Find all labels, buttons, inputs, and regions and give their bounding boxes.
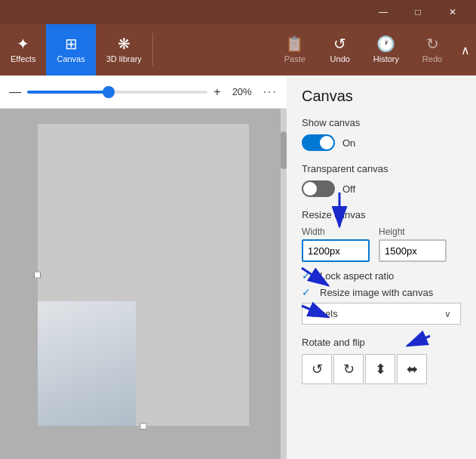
library-icon: ❋ [118, 36, 131, 51]
canvas-image [38, 301, 136, 426]
right-panel: Canvas Show canvas On Transparent canvas… [287, 75, 476, 459]
unit-dropdown[interactable]: Pixels ∨ [302, 303, 461, 325]
width-input-wrapper [302, 239, 370, 262]
undo-label: Undo [330, 54, 350, 63]
zoom-thumb[interactable] [103, 86, 115, 98]
flip-vertical-button[interactable]: ⬍ [365, 354, 395, 384]
zoom-percent: 20% [227, 86, 257, 97]
toolbar-item-canvas[interactable]: ⊞ Canvas [46, 24, 95, 75]
transparent-toggle-thumb [303, 182, 317, 196]
resize-image-check-icon: ✓ [302, 286, 314, 298]
effects-icon: ✦ [17, 36, 29, 51]
toolbar-item-3dlibrary[interactable]: ❋ 3D library [96, 24, 152, 75]
transparent-canvas-label: Transparent canvas [302, 163, 461, 174]
main-layout: — + 20% ··· [0, 75, 476, 459]
canvas-surface [38, 124, 249, 426]
resize-image-label: Resize image with canvas [320, 287, 433, 298]
canvas-handle-bottom[interactable] [140, 423, 147, 430]
canvas-label: Canvas [57, 54, 84, 63]
lock-aspect-check-icon: ✓ [302, 270, 314, 282]
effects-label: Effects [11, 54, 35, 63]
transparent-canvas-toggle[interactable] [302, 180, 335, 197]
toolbar-item-redo[interactable]: ↻ Redo [410, 24, 455, 75]
toolbar-chevron[interactable]: ∧ [455, 24, 476, 75]
resize-image-row: ✓ Resize image with canvas [302, 286, 461, 298]
flip-horizontal-button[interactable]: ⬌ [397, 354, 427, 384]
title-bar: — □ ✕ [0, 0, 476, 24]
maximize-button[interactable]: □ [401, 0, 435, 24]
transparent-canvas-section: Transparent canvas Off [302, 163, 461, 197]
rotate-flip-section: Rotate and flip ↺ ↻ ⬍ ⬌ [302, 337, 461, 384]
canvas-handle-left[interactable] [34, 272, 41, 279]
undo-icon: ↺ [333, 36, 346, 51]
rotate-left-button[interactable]: ↺ [302, 354, 332, 384]
height-input[interactable] [379, 239, 447, 262]
toolbar: ✦ Effects ⊞ Canvas ❋ 3D library 📋 Paste … [0, 24, 476, 75]
transparent-canvas-state: Off [342, 183, 355, 195]
minimize-button[interactable]: — [366, 0, 401, 24]
history-icon: 🕐 [376, 36, 395, 51]
toolbar-item-undo[interactable]: ↺ Undo [318, 24, 363, 75]
width-label: Width [302, 226, 370, 237]
resize-row: Width Height [302, 226, 461, 262]
rotate-buttons-row: ↺ ↻ ⬍ ⬌ [302, 354, 461, 384]
zoom-bar: — + 20% ··· [0, 75, 287, 109]
canvas-icon: ⊞ [65, 36, 78, 51]
zoom-plus-button[interactable]: + [213, 85, 220, 99]
canvas-bg [0, 109, 287, 459]
show-canvas-section: Show canvas On [302, 117, 461, 151]
toolbar-separator [152, 33, 153, 66]
history-label: History [373, 54, 399, 63]
vertical-scrollbar[interactable] [281, 109, 287, 459]
show-canvas-label: Show canvas [302, 117, 461, 128]
rotate-right-button[interactable]: ↻ [333, 354, 364, 384]
height-label: Height [379, 226, 447, 237]
show-canvas-toggle-row: On [302, 134, 461, 151]
transparent-canvas-toggle-row: Off [302, 180, 461, 197]
library-label: 3D library [106, 54, 142, 63]
paste-label: Paste [284, 54, 306, 63]
toolbar-left: ✦ Effects ⊞ Canvas ❋ 3D library [0, 24, 152, 75]
zoom-slider[interactable] [27, 91, 207, 94]
close-button[interactable]: ✕ [435, 0, 470, 24]
toolbar-item-history[interactable]: 🕐 History [363, 24, 410, 75]
zoom-more-button[interactable]: ··· [263, 85, 278, 99]
show-canvas-toggle-thumb [320, 136, 333, 149]
canvas-area: — + 20% ··· [0, 75, 287, 459]
toolbar-item-effects[interactable]: ✦ Effects [0, 24, 46, 75]
toolbar-item-paste[interactable]: 📋 Paste [272, 24, 318, 75]
rotate-flip-label: Rotate and flip [302, 337, 461, 348]
height-input-group: Height [379, 226, 447, 262]
zoom-minus-button[interactable]: — [9, 85, 21, 99]
redo-label: Redo [422, 54, 442, 63]
lock-aspect-row: ✓ Lock aspect ratio [302, 270, 461, 282]
scrollbar-thumb[interactable] [281, 131, 287, 169]
panel-title: Canvas [302, 88, 461, 105]
show-canvas-toggle[interactable] [302, 134, 335, 151]
paste-icon: 📋 [285, 36, 304, 51]
zoom-track [27, 91, 109, 94]
dropdown-chevron-icon: ∨ [444, 309, 451, 319]
width-input[interactable] [302, 239, 370, 262]
title-bar-controls: — □ ✕ [366, 0, 470, 24]
toolbar-right: 📋 Paste ↺ Undo 🕐 History ↻ Redo ∧ [272, 24, 476, 75]
resize-canvas-label: Resize canvas [302, 209, 461, 220]
width-input-group: Width [302, 226, 370, 262]
lock-aspect-label: Lock aspect ratio [320, 270, 394, 282]
show-canvas-state: On [342, 137, 355, 149]
redo-icon: ↻ [426, 36, 439, 51]
unit-dropdown-label: Pixels [312, 308, 338, 319]
resize-canvas-section: Resize canvas Width Height ✓ Lock aspect… [302, 209, 461, 325]
